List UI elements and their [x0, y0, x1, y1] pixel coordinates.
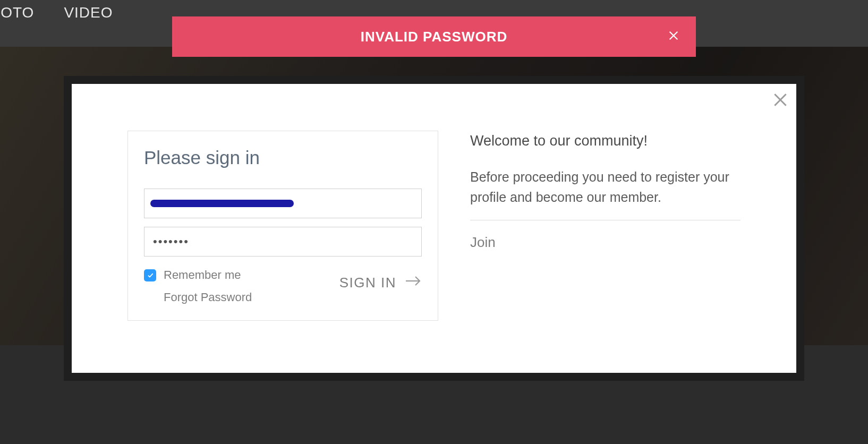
welcome-panel: Welcome to our community! Before proceed…: [470, 131, 741, 321]
arrow-right-icon: [405, 274, 422, 292]
remember-me-label: Remember me: [164, 268, 241, 282]
modal-frame: Please sign in Remember me: [64, 76, 804, 381]
password-field[interactable]: [144, 227, 422, 257]
close-icon: [772, 91, 789, 110]
remember-me-checkbox[interactable]: Remember me: [144, 268, 252, 282]
signin-title: Please sign in: [144, 147, 422, 168]
modal-close-button[interactable]: [770, 90, 791, 112]
email-field[interactable]: [144, 189, 422, 218]
join-link[interactable]: Join: [470, 234, 741, 251]
checkbox-checked-icon: [144, 269, 156, 281]
error-message: INVALID PASSWORD: [361, 29, 507, 45]
signin-modal: Please sign in Remember me: [72, 84, 796, 373]
signin-card: Please sign in Remember me: [127, 131, 438, 321]
error-toast: INVALID PASSWORD: [172, 16, 696, 57]
toast-close-button[interactable]: [666, 29, 681, 44]
forgot-password-link[interactable]: Forgot Password: [164, 291, 252, 304]
close-icon: [668, 29, 679, 45]
modal-overlay: Please sign in Remember me: [0, 0, 868, 444]
welcome-body: Before proceeding you need to register y…: [470, 167, 741, 207]
welcome-heading: Welcome to our community!: [470, 133, 741, 149]
divider: [470, 220, 741, 220]
sign-in-button[interactable]: SIGN IN: [339, 274, 422, 292]
sign-in-label: SIGN IN: [339, 275, 396, 291]
